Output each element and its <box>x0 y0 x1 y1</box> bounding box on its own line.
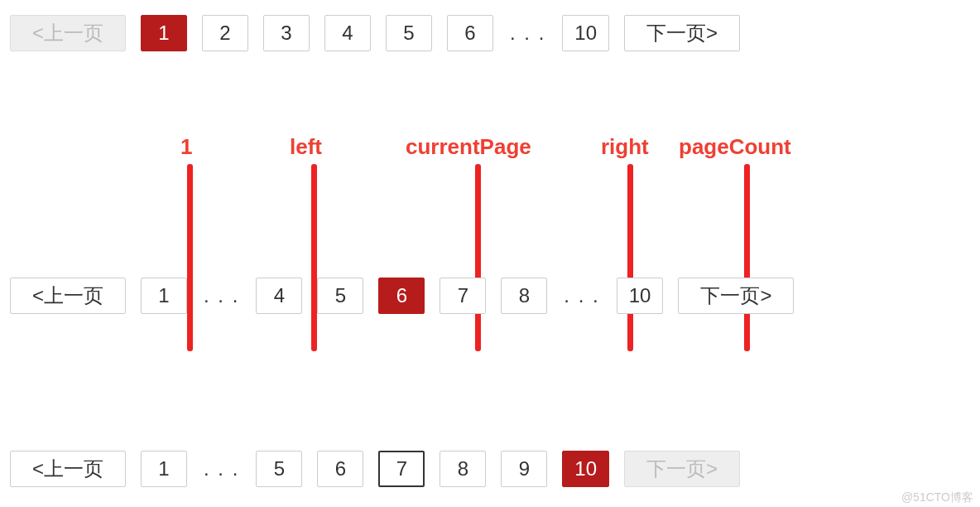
page-button[interactable]: 4 <box>324 15 371 51</box>
pagination-row-3: <上一页 1 . . . 5 6 7 8 9 10 下一页> <box>10 451 740 487</box>
next-button: 下一页> <box>624 451 740 487</box>
page-button[interactable]: 9 <box>501 451 547 487</box>
page-button[interactable]: 6 <box>447 15 493 51</box>
ellipsis: . . . <box>508 22 547 45</box>
ellipsis: . . . <box>562 284 601 307</box>
page-button[interactable]: 1 <box>141 278 187 314</box>
page-button[interactable]: 10 <box>562 15 609 51</box>
page-button[interactable]: 6 <box>317 451 363 487</box>
page-button[interactable]: 2 <box>202 15 248 51</box>
annotation-label-current: currentPage <box>406 134 531 160</box>
annotation-line-right <box>627 164 633 351</box>
prev-button: <上一页 <box>10 15 126 51</box>
ellipsis: . . . <box>202 457 241 480</box>
annotation-line-current <box>475 164 481 351</box>
page-button[interactable]: 8 <box>501 278 547 314</box>
watermark: @51CTO博客 <box>901 490 973 505</box>
page-button[interactable]: 1 <box>141 15 187 51</box>
annotation-label-one: 1 <box>180 134 192 160</box>
page-button[interactable]: 1 <box>141 451 187 487</box>
page-button[interactable]: 10 <box>562 451 609 487</box>
page-button[interactable]: 3 <box>263 15 310 51</box>
page-button[interactable]: 7 <box>440 278 486 314</box>
page-button[interactable]: 8 <box>440 451 486 487</box>
next-button[interactable]: 下一页> <box>624 15 740 51</box>
annotation-label-left: left <box>290 134 322 160</box>
ellipsis: . . . <box>202 284 241 307</box>
annotation-label-pagecount: pageCount <box>679 134 791 160</box>
page-button[interactable]: 6 <box>378 278 425 314</box>
annotation-label-right: right <box>601 134 649 160</box>
pagination-row-2: <上一页 1 . . . 4 5 6 7 8 . . . 10 下一页> <box>10 278 794 314</box>
page-button[interactable]: 10 <box>617 278 664 314</box>
annotation-line-left <box>311 164 317 351</box>
page-button[interactable]: 5 <box>386 15 432 51</box>
annotation-line-one <box>187 164 193 351</box>
page-button[interactable]: 4 <box>256 278 302 314</box>
next-button[interactable]: 下一页> <box>678 278 794 314</box>
prev-button[interactable]: <上一页 <box>10 278 126 314</box>
pagination-row-1: <上一页 1 2 3 4 5 6 . . . 10 下一页> <box>10 15 740 51</box>
page-button[interactable]: 5 <box>317 278 363 314</box>
page-button[interactable]: 5 <box>256 451 302 487</box>
prev-button[interactable]: <上一页 <box>10 451 126 487</box>
annotation-line-pagecount <box>744 164 750 351</box>
page-button[interactable]: 7 <box>378 451 425 487</box>
